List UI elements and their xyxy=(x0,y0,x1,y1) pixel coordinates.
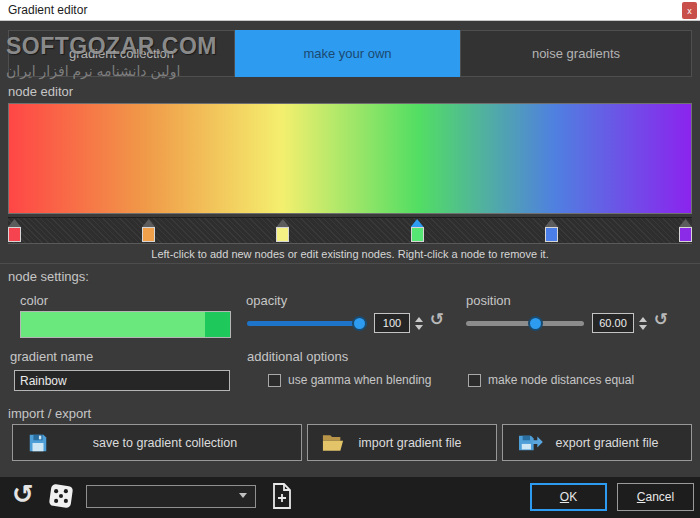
new-document-icon[interactable] xyxy=(272,482,292,514)
chevron-down-icon xyxy=(239,493,247,498)
gradient-node-marker[interactable] xyxy=(142,219,155,243)
node-color-chip xyxy=(8,227,21,242)
export-icon xyxy=(517,432,543,454)
position-slider[interactable] xyxy=(466,316,584,331)
node-editor-label: node editor xyxy=(8,84,73,99)
color-label: color xyxy=(20,293,48,308)
gradient-editor-window: Gradient editor x SOFTGOZAR.COM اولین دا… xyxy=(0,0,700,518)
gradient-preview[interactable] xyxy=(8,103,692,214)
gradient-node-marker[interactable] xyxy=(8,219,21,243)
node-arrow-icon xyxy=(142,219,155,227)
gradient-preset-dropdown[interactable] xyxy=(86,485,256,508)
tab-noise-gradients[interactable]: noise gradients xyxy=(460,30,692,77)
opacity-reset-icon[interactable]: ↺ xyxy=(430,309,444,329)
node-arrow-icon xyxy=(411,219,424,227)
checkbox-icon xyxy=(468,374,481,387)
tab-label: noise gradients xyxy=(532,46,620,61)
checkbox-label: make node distances equal xyxy=(488,373,634,387)
checkbox-label: use gamma when blending xyxy=(288,373,431,387)
gradient-name-input[interactable]: Rainbow xyxy=(14,370,230,391)
ok-button[interactable]: OK xyxy=(530,483,607,511)
swatch-main-color xyxy=(21,312,205,337)
reset-gradient-icon[interactable]: ↺ xyxy=(12,479,34,510)
spin-up-icon xyxy=(415,317,423,322)
folder-icon xyxy=(322,433,344,452)
opacity-label: opacity xyxy=(246,293,287,308)
node-color-chip xyxy=(545,227,558,242)
node-arrow-icon xyxy=(545,219,558,227)
import-export-label: import / export xyxy=(8,406,91,421)
opacity-slider-thumb[interactable] xyxy=(352,316,367,331)
node-arrow-icon xyxy=(276,219,289,227)
node-instruction: Left-click to add new nodes or edit exis… xyxy=(0,248,700,260)
node-color-chip xyxy=(276,227,289,242)
footer-bar: ↺ OK Cancel xyxy=(0,477,700,518)
tab-gradient-collection[interactable]: gradient collection xyxy=(8,30,235,77)
button-label: export gradient file xyxy=(543,436,691,450)
position-value-input[interactable]: 60.00 xyxy=(592,313,634,333)
node-color-chip xyxy=(142,227,155,242)
title-bar: Gradient editor x xyxy=(0,0,700,21)
node-arrow-icon xyxy=(679,219,692,227)
opacity-slider-track xyxy=(247,321,367,326)
gradient-node-marker[interactable] xyxy=(679,219,692,243)
checkbox-icon xyxy=(268,374,281,387)
import-gradient-button[interactable]: import gradient file xyxy=(307,424,497,461)
node-color-swatch[interactable] xyxy=(20,311,231,338)
close-button[interactable]: x xyxy=(682,2,697,19)
save-icon xyxy=(27,432,49,454)
swatch-solid-color xyxy=(205,312,230,337)
checkbox-use-gamma[interactable]: use gamma when blending xyxy=(268,373,431,387)
spin-down-icon xyxy=(639,325,647,330)
node-settings-label: node settings: xyxy=(8,269,89,284)
cancel-button[interactable]: Cancel xyxy=(617,483,694,511)
node-color-chip xyxy=(679,227,692,242)
gradient-name-label: gradient name xyxy=(10,349,93,364)
save-to-collection-button[interactable]: save to gradient collection xyxy=(12,424,302,461)
spin-down-icon xyxy=(415,325,423,330)
tab-label: gradient collection xyxy=(69,46,174,61)
gradient-node-marker[interactable] xyxy=(545,219,558,243)
random-dice-icon[interactable] xyxy=(48,483,74,513)
position-slider-thumb[interactable] xyxy=(528,316,543,331)
node-color-chip xyxy=(411,227,424,242)
separator xyxy=(0,263,700,264)
button-label: import gradient file xyxy=(344,436,496,450)
cancel-button-label: Cancel xyxy=(637,490,674,504)
opacity-slider[interactable] xyxy=(247,316,367,331)
node-arrow-icon xyxy=(8,219,21,227)
tab-label: make your own xyxy=(303,46,391,61)
position-spinner[interactable] xyxy=(637,312,649,334)
button-label: save to gradient collection xyxy=(49,436,301,450)
gradient-node-marker[interactable] xyxy=(411,219,424,243)
close-icon: x xyxy=(687,6,692,16)
opacity-value-input[interactable]: 100 xyxy=(374,313,410,333)
checkbox-equal-distances[interactable]: make node distances equal xyxy=(468,373,634,387)
opacity-spinner[interactable] xyxy=(413,312,425,334)
window-title: Gradient editor xyxy=(8,3,87,17)
ok-button-label: OK xyxy=(560,490,577,504)
export-gradient-button[interactable]: export gradient file xyxy=(502,424,692,461)
gradient-node-marker[interactable] xyxy=(276,219,289,243)
additional-options-label: additional options xyxy=(247,349,348,364)
spin-up-icon xyxy=(639,317,647,322)
tab-make-your-own[interactable]: make your own xyxy=(235,30,460,77)
position-label: position xyxy=(466,293,511,308)
position-slider-track xyxy=(466,321,584,326)
node-track[interactable] xyxy=(8,217,692,244)
position-reset-icon[interactable]: ↺ xyxy=(654,309,668,329)
